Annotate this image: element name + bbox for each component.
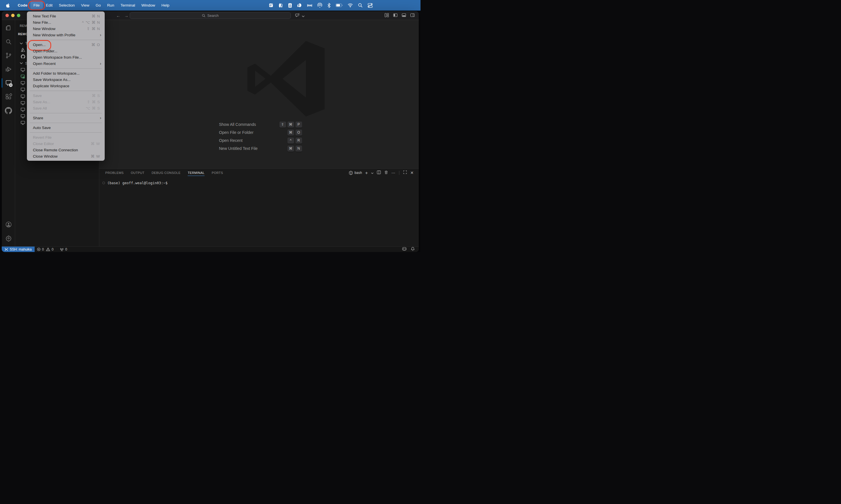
menubar-menu-item[interactable]: File xyxy=(30,2,43,9)
zoom-window-button[interactable] xyxy=(17,14,20,17)
more-actions-icon[interactable]: ⋯ xyxy=(391,171,395,175)
panel-tab[interactable]: OUTPUT xyxy=(131,169,144,177)
new-terminal-icon[interactable]: + xyxy=(365,170,368,175)
wifi-icon[interactable] xyxy=(347,3,353,7)
triangle-app-icon[interactable] xyxy=(288,3,292,8)
explorer-icon[interactable] xyxy=(2,21,15,35)
minimize-window-button[interactable] xyxy=(11,14,15,17)
search-view-icon[interactable] xyxy=(2,35,15,49)
file-menu-item[interactable]: Open... ⌘ O xyxy=(27,41,105,48)
file-menu-item[interactable] xyxy=(30,123,102,123)
file-menu-item[interactable]: Open Folder... xyxy=(27,48,105,54)
customize-layout-icon[interactable] xyxy=(384,13,389,19)
go-forward-button[interactable]: → xyxy=(124,13,128,18)
error-icon xyxy=(37,248,41,251)
source-control-icon[interactable] xyxy=(2,49,15,62)
file-menu-item[interactable]: New Window with Profile › xyxy=(27,32,105,38)
terminal[interactable]: (base) geoff.weal@login03:~$ xyxy=(102,181,168,185)
panel-tab[interactable]: DEBUG CONSOLE xyxy=(151,169,180,177)
panel-tab[interactable]: PROBLEMS xyxy=(105,169,124,177)
account-icon[interactable] xyxy=(2,218,15,231)
settings-gear-icon[interactable] xyxy=(2,231,15,245)
file-menu-item[interactable]: New Text File ⌘ N xyxy=(27,13,105,19)
bed-icon[interactable] xyxy=(307,3,312,8)
control-center-icon[interactable] xyxy=(368,3,373,8)
file-menu-item[interactable]: Share › xyxy=(27,115,105,121)
menubar-menu-item[interactable]: Help xyxy=(158,2,173,9)
file-menu-item[interactable]: Save Workspace As... xyxy=(27,76,105,83)
file-menu-item-label: Save All xyxy=(33,106,47,110)
file-menu-item[interactable]: New Window ⇧ ⌘ N xyxy=(27,25,105,32)
remote-indicator[interactable]: SSH: mahuika xyxy=(2,247,35,252)
kill-terminal-icon[interactable] xyxy=(384,170,388,176)
remote-explorer-icon[interactable]: >< xyxy=(2,76,15,90)
leaf-icon[interactable] xyxy=(297,3,302,8)
file-menu-item[interactable]: Add Folder to Workspace... xyxy=(27,70,105,76)
menubar-app-name[interactable]: Code xyxy=(15,3,30,7)
copilot-status-icon[interactable] xyxy=(402,247,407,252)
bluetooth-icon[interactable] xyxy=(327,3,331,8)
chevron-down-icon[interactable] xyxy=(302,14,305,19)
apple-menu-icon[interactable] xyxy=(6,3,10,8)
menubar-menu-item[interactable]: Selection xyxy=(56,2,78,9)
panel-tab[interactable]: PORTS xyxy=(212,169,223,177)
close-window-button[interactable] xyxy=(5,14,9,17)
file-menu-item[interactable] xyxy=(30,113,102,113)
copilot-chat-icon[interactable] xyxy=(295,13,300,19)
battery-icon[interactable] xyxy=(336,3,343,7)
run-debug-icon[interactable] xyxy=(2,62,15,76)
toggle-secondary-sidebar-icon[interactable] xyxy=(410,13,415,19)
menubar-menu-item[interactable]: Terminal xyxy=(117,2,138,9)
file-menu-item[interactable]: Auto Save xyxy=(27,124,105,131)
shell-selector[interactable]: $ bash xyxy=(349,171,362,175)
file-menu-item[interactable] xyxy=(30,91,102,91)
file-menu-item[interactable] xyxy=(30,68,102,69)
close-panel-icon[interactable]: ✕ xyxy=(410,171,414,175)
split-terminal-icon[interactable] xyxy=(377,170,381,176)
file-menu-item-label: Save xyxy=(33,93,42,98)
menubar-menu-item[interactable]: Go xyxy=(92,2,104,9)
panel-tab-label: PROBLEMS xyxy=(105,171,124,175)
problems-status[interactable]: 0 0 xyxy=(35,247,56,252)
server-icon xyxy=(21,94,25,99)
ports-status[interactable]: 0 xyxy=(57,247,70,252)
file-menu-item[interactable]: Open Recent › xyxy=(27,60,105,67)
menubar-menu-label: Help xyxy=(161,3,169,7)
file-menu-item-label: Duplicate Workspace xyxy=(33,84,69,88)
menubar-menu-item[interactable]: View xyxy=(78,2,92,9)
extensions-icon[interactable] xyxy=(2,90,15,104)
file-menu-item[interactable]: Open Workspace from File... xyxy=(27,54,105,60)
submenu-arrow-icon: › xyxy=(100,33,101,37)
maximize-panel-icon[interactable] xyxy=(403,170,407,175)
terminal-dropdown-icon[interactable] xyxy=(371,170,374,175)
github-view-icon[interactable] xyxy=(2,104,15,117)
notifications-bell-icon[interactable] xyxy=(411,247,415,252)
file-menu-item[interactable]: Duplicate Workspace xyxy=(27,83,105,89)
camera-icon[interactable] xyxy=(269,3,273,8)
file-menu-item[interactable] xyxy=(30,40,102,40)
menubar-menu-label: Go xyxy=(95,3,101,7)
file-menu-item[interactable]: Close Window ⌘ W xyxy=(27,153,105,159)
airdrop-icon[interactable] xyxy=(317,3,322,8)
file-menu-item[interactable]: Save All ⌥ ⌘ S xyxy=(27,105,105,111)
menubar-menu-item[interactable]: Window xyxy=(138,2,158,9)
panel-tab-label: TERMINAL xyxy=(187,171,204,175)
toggle-primary-sidebar-icon[interactable] xyxy=(393,13,398,19)
search-input[interactable]: Search xyxy=(130,12,291,19)
menubar-menu-item[interactable]: Run xyxy=(104,2,117,9)
panel-tab[interactable]: TERMINAL xyxy=(187,169,204,177)
shield-check-icon[interactable] xyxy=(278,3,283,8)
file-menu-item[interactable]: Close Remote Connection xyxy=(27,147,105,153)
file-menu-item[interactable]: New File... ^ ⌥ ⌘ N xyxy=(27,19,105,25)
toggle-panel-icon[interactable] xyxy=(401,13,406,19)
server-icon xyxy=(21,114,25,119)
file-menu-item[interactable]: Close Editor ⌘ W xyxy=(27,141,105,147)
file-menu-item-shortcut: ⌥ ⌘ S xyxy=(86,106,100,110)
spotlight-search-icon[interactable] xyxy=(358,3,363,8)
go-back-button[interactable]: ← xyxy=(116,13,121,18)
file-menu-item[interactable]: Save As... ⇧ ⌘ S xyxy=(27,99,105,105)
file-menu-item[interactable] xyxy=(30,132,102,133)
menubar-menu-item[interactable]: Edit xyxy=(43,2,56,9)
file-menu-item[interactable]: Save ⌘ S xyxy=(27,92,105,99)
file-menu-item[interactable]: Revert File xyxy=(27,134,105,141)
